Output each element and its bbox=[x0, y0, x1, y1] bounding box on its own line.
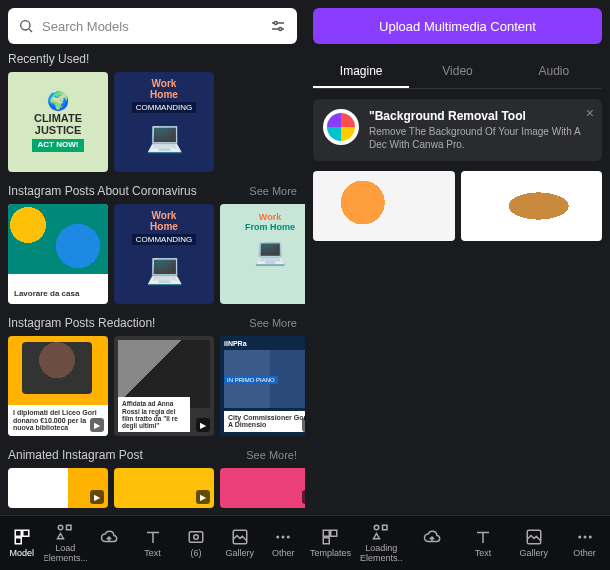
svg-point-26 bbox=[583, 536, 586, 539]
bg-removal-promo[interactable]: "Background Removal Tool Remove The Back… bbox=[313, 99, 602, 161]
filter-icon[interactable] bbox=[269, 17, 287, 35]
tab-audio[interactable]: Audio bbox=[506, 56, 602, 88]
work-from-home-green-template[interactable]: Work From Home 💻 bbox=[220, 204, 305, 304]
template-sections: Recently Used! 🌍 CLIMATE JUSTICE ACT NOW… bbox=[0, 52, 305, 515]
tab-video[interactable]: Video bbox=[409, 56, 505, 88]
laptop-icon: 💻 bbox=[146, 119, 183, 154]
work-home-template[interactable]: Work Home COMMANDING 💻 bbox=[114, 72, 214, 172]
left-bottom-nav: Model Load Elements... Text Text (6) Gal… bbox=[0, 515, 305, 570]
svg-marker-23 bbox=[374, 534, 380, 539]
city-commissioner-template[interactable]: ilNPRa IN PRIMO PIANO City Commissioner … bbox=[220, 336, 305, 436]
svg-point-4 bbox=[274, 22, 277, 25]
nav-uploads-r[interactable] bbox=[407, 528, 458, 558]
media-tabs: Imagine Video Audio bbox=[313, 56, 602, 89]
elements-icon bbox=[56, 523, 74, 541]
nav-text-r[interactable]: Text bbox=[457, 528, 508, 558]
video-badge-icon: ▶ bbox=[196, 490, 210, 504]
photos-icon bbox=[187, 528, 205, 546]
climate-justice-template[interactable]: 🌍 CLIMATE JUSTICE ACT NOW! bbox=[8, 72, 108, 172]
nav-model[interactable]: Model bbox=[0, 528, 44, 558]
svg-line-1 bbox=[29, 29, 32, 32]
nav-photos[interactable]: (6) bbox=[174, 528, 218, 558]
nav-gallery-r[interactable]: Gallery bbox=[508, 528, 559, 558]
cloud-upload-icon bbox=[423, 528, 441, 546]
svg-point-0 bbox=[21, 21, 30, 30]
nav-uploads[interactable]: Text bbox=[87, 528, 131, 558]
svg-rect-6 bbox=[15, 530, 21, 536]
svg-point-17 bbox=[287, 536, 290, 539]
svg-rect-12 bbox=[189, 532, 203, 543]
nav-elements[interactable]: Load Elements... bbox=[44, 523, 88, 563]
cloud-upload-icon bbox=[100, 528, 118, 546]
more-icon bbox=[274, 528, 292, 546]
lavorare-da-casa-template[interactable]: Lavorare da casa bbox=[8, 204, 108, 304]
animated-template-2[interactable]: ▶ bbox=[114, 468, 214, 508]
nav-other[interactable]: Other bbox=[261, 528, 305, 558]
nav-elements-r[interactable]: Loading Elements.. bbox=[356, 523, 407, 563]
see-more-link[interactable]: See More bbox=[249, 185, 297, 197]
search-input[interactable] bbox=[42, 19, 261, 34]
video-badge-icon: ▶ bbox=[90, 490, 104, 504]
section-title: Instagram Posts About Coronavirus bbox=[8, 184, 197, 198]
left-panel: Recently Used! 🌍 CLIMATE JUSTICE ACT NOW… bbox=[0, 0, 305, 570]
svg-rect-7 bbox=[23, 530, 29, 536]
animated-template-3[interactable]: ▶ bbox=[220, 468, 305, 508]
section-animated: Animated Instagram Post See More! ▶ ▶ ▶ bbox=[8, 448, 297, 508]
svg-marker-11 bbox=[58, 534, 64, 539]
photo-placeholder bbox=[22, 342, 92, 394]
nav-gallery[interactable]: Gallery bbox=[218, 528, 262, 558]
video-badge-icon: ▶ bbox=[90, 418, 104, 432]
svg-rect-10 bbox=[67, 525, 72, 530]
templates-icon bbox=[13, 528, 31, 546]
svg-rect-22 bbox=[383, 525, 388, 530]
see-more-link[interactable]: See More bbox=[249, 317, 297, 329]
text-icon bbox=[474, 528, 492, 546]
svg-point-27 bbox=[588, 536, 591, 539]
section-redaction: Instagram Posts Redaction! See More I di… bbox=[8, 316, 297, 436]
gallery-icon bbox=[525, 528, 543, 546]
svg-rect-8 bbox=[15, 538, 21, 544]
uploads-grid bbox=[313, 171, 602, 241]
svg-point-9 bbox=[59, 525, 64, 530]
section-title: Instagram Posts Redaction! bbox=[8, 316, 155, 330]
nav-templates[interactable]: Templates bbox=[305, 528, 356, 558]
text-icon bbox=[144, 528, 162, 546]
section-title: Animated Instagram Post bbox=[8, 448, 143, 462]
search-bar bbox=[8, 8, 297, 44]
upload-button[interactable]: Upload Multimedia Content bbox=[313, 8, 602, 44]
bg-removal-icon bbox=[323, 109, 359, 145]
close-icon[interactable]: × bbox=[586, 105, 594, 121]
svg-point-25 bbox=[578, 536, 581, 539]
svg-rect-20 bbox=[324, 538, 330, 544]
video-badge-icon: ▶ bbox=[196, 418, 210, 432]
templates-icon bbox=[321, 528, 339, 546]
svg-rect-19 bbox=[331, 530, 337, 536]
svg-point-15 bbox=[277, 536, 280, 539]
nav-other-r[interactable]: Other bbox=[559, 528, 610, 558]
work-home-template-2[interactable]: Work Home COMMANDING 💻 bbox=[114, 204, 214, 304]
anna-rossi-template[interactable]: Affidata ad Anna Rossi la regia del film… bbox=[114, 336, 214, 436]
promo-desc: Remove The Background Of Your Image With… bbox=[369, 125, 592, 151]
svg-point-21 bbox=[374, 525, 379, 530]
gallery-icon bbox=[231, 528, 249, 546]
upload-croissant[interactable] bbox=[461, 171, 603, 241]
more-icon bbox=[576, 528, 594, 546]
animated-template-1[interactable]: ▶ bbox=[8, 468, 108, 508]
earth-icon: 🌍 bbox=[47, 92, 69, 112]
section-coronavirus: Instagram Posts About Coronavirus See Mo… bbox=[8, 184, 297, 304]
nav-text[interactable]: Text bbox=[131, 528, 175, 558]
right-panel: Upload Multimedia Content Imagine Video … bbox=[305, 0, 610, 570]
svg-point-5 bbox=[279, 28, 282, 31]
laptop-icon: 💻 bbox=[254, 236, 286, 267]
svg-point-13 bbox=[194, 535, 199, 540]
elements-icon bbox=[372, 523, 390, 541]
see-more-link[interactable]: See More! bbox=[246, 449, 297, 461]
laptop-icon: 💻 bbox=[146, 251, 183, 286]
tab-image[interactable]: Imagine bbox=[313, 56, 409, 88]
promo-title: "Background Removal Tool bbox=[369, 109, 592, 123]
liceo-gori-template[interactable]: I diplomati del Liceo Gori donano €10.00… bbox=[8, 336, 108, 436]
svg-rect-18 bbox=[324, 530, 330, 536]
search-icon bbox=[18, 18, 34, 34]
upload-food-1[interactable] bbox=[313, 171, 455, 241]
svg-point-16 bbox=[282, 536, 285, 539]
